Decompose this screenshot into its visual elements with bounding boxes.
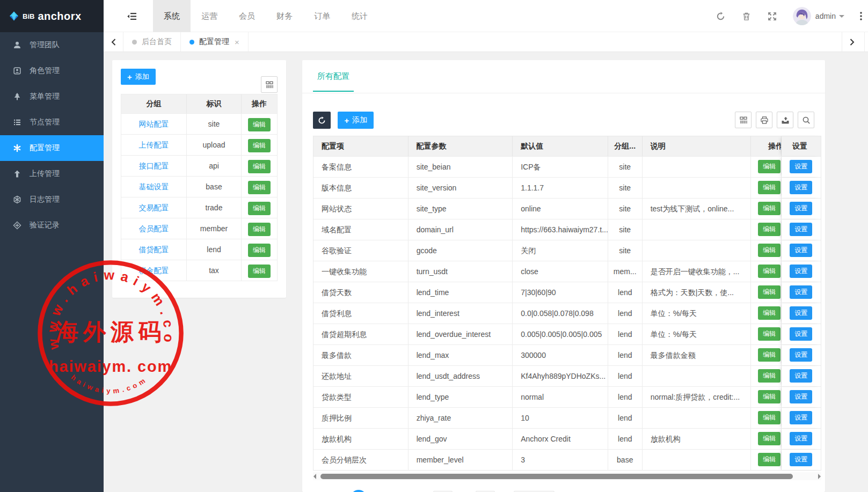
sidebar-item-upload[interactable]: 上传管理 bbox=[0, 161, 104, 187]
edit-button[interactable]: 编辑 bbox=[758, 432, 781, 445]
edit-button[interactable]: 编辑 bbox=[758, 265, 781, 278]
columns-icon[interactable] bbox=[261, 76, 278, 93]
edit-button[interactable]: 编辑 bbox=[758, 285, 781, 299]
config-value: 0.005|0.005|0.005|0.005 bbox=[513, 324, 608, 344]
scrollbar-right-arrow-icon[interactable] bbox=[818, 474, 821, 479]
settings-button[interactable]: 设置 bbox=[790, 453, 812, 466]
settings-button[interactable]: 设置 bbox=[790, 432, 812, 445]
settings-button[interactable]: 设置 bbox=[790, 244, 812, 257]
edit-button[interactable]: 编辑 bbox=[758, 181, 781, 194]
print-icon[interactable] bbox=[756, 112, 772, 128]
add-group-button[interactable]: + 添加 bbox=[121, 69, 156, 85]
edit-button[interactable]: 编辑 bbox=[248, 202, 271, 215]
edit-button[interactable]: 编辑 bbox=[758, 411, 781, 424]
edit-button[interactable]: 编辑 bbox=[758, 160, 781, 173]
nav-tab-member[interactable]: 会员 bbox=[228, 0, 266, 32]
settings-button[interactable]: 设置 bbox=[790, 181, 812, 194]
edit-button[interactable]: 编辑 bbox=[248, 181, 271, 194]
config-item: 版本信息 bbox=[313, 178, 409, 198]
group-link[interactable]: 税金配置 bbox=[121, 260, 187, 281]
settings-button[interactable]: 设置 bbox=[790, 202, 812, 215]
sidebar-item-log[interactable]: 日志管理 bbox=[0, 187, 104, 212]
edit-button[interactable]: 编辑 bbox=[758, 453, 781, 466]
config-item: 一键收集功能 bbox=[313, 261, 409, 282]
columns-icon[interactable] bbox=[735, 112, 752, 128]
breadcrumb-tab-home[interactable]: 后台首页 bbox=[123, 32, 181, 52]
edit-button[interactable]: 编辑 bbox=[248, 223, 271, 236]
config-desc: 单位：%/每天 bbox=[643, 324, 752, 344]
tabs-dropdown-icon[interactable] bbox=[864, 32, 868, 52]
refresh-icon[interactable] bbox=[708, 0, 734, 32]
edit-button[interactable]: 编辑 bbox=[758, 244, 781, 257]
horizontal-scrollbar[interactable] bbox=[313, 472, 821, 480]
export-icon[interactable] bbox=[777, 112, 793, 128]
edit-button[interactable]: 编辑 bbox=[248, 244, 271, 257]
edit-button[interactable]: 编辑 bbox=[758, 348, 781, 362]
config-desc bbox=[643, 408, 752, 428]
settings-button[interactable]: 设置 bbox=[790, 160, 812, 173]
list-icon bbox=[13, 118, 21, 127]
settings-button[interactable]: 设置 bbox=[790, 285, 812, 299]
settings-button[interactable]: 设置 bbox=[790, 369, 812, 383]
avatar[interactable] bbox=[793, 7, 811, 25]
sidebar-item-team[interactable]: 管理团队 bbox=[0, 32, 104, 58]
sidebar-item-role[interactable]: 角色管理 bbox=[0, 58, 104, 84]
settings-button[interactable]: 设置 bbox=[790, 348, 812, 362]
nav-tab-stats[interactable]: 统计 bbox=[341, 0, 378, 32]
group-link[interactable]: 交易配置 bbox=[121, 197, 187, 218]
settings-button[interactable]: 设置 bbox=[790, 223, 812, 236]
group-link[interactable]: 上传配置 bbox=[121, 135, 187, 155]
edit-button[interactable]: 编辑 bbox=[248, 118, 271, 131]
config-value: ICP备 bbox=[513, 157, 608, 177]
settings-button[interactable]: 设置 bbox=[790, 390, 812, 403]
trash-icon[interactable] bbox=[734, 0, 760, 32]
settings-button[interactable]: 设置 bbox=[790, 306, 812, 320]
add-config-button[interactable]: + 添加 bbox=[338, 112, 374, 129]
table-row: 备案信息site_beianICP备site编辑设置 bbox=[313, 156, 821, 177]
sidebar-item-verify[interactable]: 验证记录 bbox=[0, 212, 104, 238]
pagination-current-page[interactable] bbox=[351, 490, 367, 492]
edit-button[interactable]: 编辑 bbox=[248, 160, 271, 173]
nav-tab-operate[interactable]: 运营 bbox=[191, 0, 228, 32]
settings-button[interactable]: 设置 bbox=[790, 411, 812, 424]
close-icon[interactable]: × bbox=[235, 38, 239, 47]
scrollbar-left-arrow-icon[interactable] bbox=[313, 474, 316, 479]
edit-button[interactable]: 编辑 bbox=[758, 202, 781, 215]
row-settings: 设置 bbox=[782, 450, 821, 470]
settings-button[interactable]: 设置 bbox=[790, 265, 812, 278]
edit-button[interactable]: 编辑 bbox=[758, 369, 781, 383]
search-icon[interactable] bbox=[798, 112, 814, 128]
nav-tab-order[interactable]: 订单 bbox=[303, 0, 341, 32]
sidebar-item-config[interactable]: 配置管理 bbox=[0, 135, 104, 161]
fullscreen-icon[interactable] bbox=[760, 0, 785, 32]
group-link[interactable]: 会员配置 bbox=[121, 218, 187, 239]
refresh-icon[interactable] bbox=[313, 112, 331, 129]
edit-button[interactable]: 编辑 bbox=[758, 223, 781, 236]
more-vertical-icon[interactable] bbox=[854, 0, 868, 32]
app-logo[interactable]: BiB anchorx bbox=[0, 0, 104, 32]
group-link[interactable]: 接口配置 bbox=[121, 156, 187, 176]
edit-button[interactable]: 编辑 bbox=[248, 265, 271, 278]
edit-button[interactable]: 编辑 bbox=[248, 139, 271, 152]
chevron-down-icon[interactable] bbox=[839, 15, 844, 20]
sidebar-item-menu[interactable]: 菜单管理 bbox=[0, 84, 104, 109]
sidebar-item-node[interactable]: 节点管理 bbox=[0, 109, 104, 135]
group-link[interactable]: 基础设置 bbox=[121, 177, 187, 197]
username[interactable]: admin bbox=[815, 12, 836, 20]
edit-button[interactable]: 编辑 bbox=[758, 327, 781, 341]
group-actions: 编辑 bbox=[242, 218, 277, 239]
nav-tab-finance[interactable]: 财务 bbox=[266, 0, 303, 32]
nav-tab-system[interactable]: 系统 bbox=[153, 0, 191, 32]
scrollbar-thumb[interactable] bbox=[320, 474, 793, 479]
tabs-scroll-right-icon[interactable] bbox=[842, 32, 862, 52]
group-link[interactable]: 网站配置 bbox=[121, 114, 187, 134]
settings-button[interactable]: 设置 bbox=[790, 327, 812, 341]
tab-all-configs[interactable]: 所有配置 bbox=[313, 60, 354, 92]
tabs-scroll-left-icon[interactable] bbox=[104, 32, 123, 52]
edit-button[interactable]: 编辑 bbox=[758, 390, 781, 403]
breadcrumb-tab-config[interactable]: 配置管理× bbox=[181, 32, 249, 52]
group-link[interactable]: 借贷配置 bbox=[121, 239, 187, 260]
collapse-menu-icon[interactable] bbox=[120, 0, 143, 32]
row-settings: 设置 bbox=[782, 429, 821, 449]
edit-button[interactable]: 编辑 bbox=[758, 306, 781, 320]
